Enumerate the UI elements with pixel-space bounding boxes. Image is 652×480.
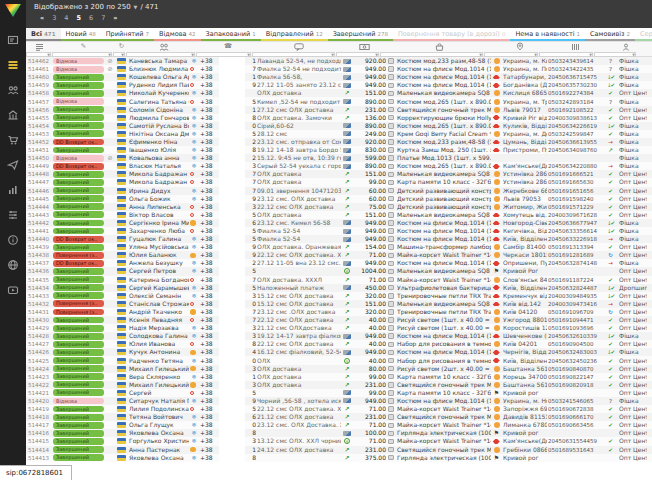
order-row[interactable]: 514417ЗавершенийОльга Глущук❄+38023.12 с… xyxy=(26,421,652,429)
status-pill[interactable]: Завершений xyxy=(53,244,104,251)
tab-status-1[interactable]: Новий48 xyxy=(61,28,101,41)
column-header-ttn[interactable] xyxy=(548,42,603,51)
order-row[interactable]: 514455ЗавершенийЛюдмила Гончарова❄+388ОЛ… xyxy=(26,114,652,122)
status-pill[interactable]: DD Возврат ок.. xyxy=(53,236,104,243)
filter-input-order-id[interactable]: ▼ xyxy=(26,52,51,57)
order-row[interactable]: 514435ЗавершенийКатерина Богданова+387ОЛ… xyxy=(26,276,652,284)
tab-status-4[interactable]: Запакований1 xyxy=(201,28,261,41)
tab-status-3[interactable]: Відмова42 xyxy=(154,28,200,41)
pagination-page-4[interactable]: 4 xyxy=(64,14,68,22)
filter-input-phone[interactable]: ▼ xyxy=(196,52,251,57)
order-row[interactable]: 514437DD Возврат ок..Анжела Безушку❄+382… xyxy=(26,259,652,267)
status-pill[interactable]: Завершений xyxy=(53,373,104,380)
status-pill[interactable]: Завершений xyxy=(53,220,104,227)
order-row[interactable]: 514427ЗавершенийЮлия Иванова+38822.12 см… xyxy=(26,340,652,348)
tab-status-5[interactable]: Відправлений12 xyxy=(261,28,328,41)
tab-status-8[interactable]: Нема в наявності1 xyxy=(510,28,585,41)
status-pill[interactable]: Завершений xyxy=(53,211,104,218)
filter-dropdown-icon[interactable]: ▼ xyxy=(191,53,194,57)
status-pill[interactable]: Завершений xyxy=(53,389,104,396)
tab-status-10[interactable]: Сервіси0 xyxy=(635,28,652,41)
pagination-page-5[interactable]: 5 xyxy=(76,14,81,22)
order-row[interactable]: 514422ЗавершенийМихаил Гилецький+383ОЛХ … xyxy=(26,381,652,389)
status-pill[interactable]: Завершений xyxy=(53,130,104,137)
filter-input-manager[interactable]: ▼ xyxy=(594,52,636,57)
pagination-page-6[interactable]: 6 xyxy=(89,14,93,22)
order-row[interactable]: 514418ЗавершенийТетяна Войтович❄+38621.1… xyxy=(26,413,652,421)
send-icon[interactable] xyxy=(0,152,26,177)
stats-icon[interactable] xyxy=(0,177,26,202)
globe-icon[interactable] xyxy=(0,252,26,277)
order-row[interactable]: 514421ЗавершенийСергей+38599.00Карта пам… xyxy=(26,389,652,397)
order-row[interactable]: 514428ЗавершенийСолодкова Галина В..❄+38… xyxy=(26,332,652,340)
order-row[interactable]: 514461Відмова⊘Близнюк Людмила ..+387Фиал… xyxy=(26,65,652,73)
status-pill[interactable]: Завершений xyxy=(53,446,104,453)
status-pill[interactable]: Завершений xyxy=(53,357,104,364)
filter-input-payment[interactable]: ▼ xyxy=(336,52,379,57)
status-pill[interactable]: Завершений xyxy=(53,454,104,461)
order-row[interactable]: 514438Повернення (з..Юлия Баланюк+38922.… xyxy=(26,251,652,259)
filter-dropdown-icon[interactable]: ▼ xyxy=(534,53,537,57)
status-pill[interactable]: Відмова xyxy=(53,155,104,162)
filter-dropdown-icon[interactable]: ▼ xyxy=(121,53,124,57)
filter-dropdown-icon[interactable]: ▼ xyxy=(108,53,111,57)
order-row[interactable]: 514419ЗавершенийЛилия Подолинская+38522.… xyxy=(26,405,652,413)
status-pill[interactable]: Завершений xyxy=(53,268,104,275)
status-pill[interactable]: Завершений xyxy=(53,228,104,235)
order-row[interactable]: 514442ЗавершенийСергієнко Ірина Ми..+386… xyxy=(26,219,652,227)
status-pill[interactable]: Завершений xyxy=(53,147,104,154)
status-pill[interactable]: Завершений xyxy=(53,82,104,89)
status-pill[interactable]: Повернення (з.. xyxy=(53,252,104,259)
order-row[interactable]: 514426ЗавершенийКучук Антонина+38416.12 … xyxy=(26,348,652,356)
filter-input-status[interactable]: ▼ xyxy=(52,52,112,57)
pagination-page-3[interactable]: 3 xyxy=(52,14,56,22)
column-header-status[interactable]: ✎ xyxy=(53,42,114,51)
order-row[interactable]: 514433ЗавершенийОлексій Семанін❄+38315.1… xyxy=(26,292,652,300)
filter-input-ttn[interactable]: ▼ xyxy=(539,52,593,57)
status-pill[interactable]: Завершений xyxy=(53,284,104,291)
order-row[interactable]: 514454ЗавершенийСамотій Руслана Во..❄+38… xyxy=(26,122,652,130)
column-header-client[interactable] xyxy=(129,42,199,51)
order-row[interactable]: 514414ЗавершенийАнна Пастернак+38124.12 … xyxy=(26,446,652,454)
order-row[interactable]: 514449DD Возврат ок..Власюк Наталья❄+383… xyxy=(26,162,652,170)
order-row[interactable]: 514444ЗавершенийАнна Липенська+38322.12 … xyxy=(26,203,652,211)
order-row[interactable]: 514459ЗавершенийРуденко Лидия Пав..+3892… xyxy=(26,81,652,89)
filter-input-client[interactable]: ▼ xyxy=(126,52,195,57)
status-pill[interactable]: Завершений xyxy=(53,365,104,372)
status-pill[interactable]: Завершений xyxy=(53,349,104,356)
order-row[interactable]: 514430ЗавершенийКсенія Левадняя+38722.12… xyxy=(26,316,652,324)
filter-dropdown-icon[interactable]: ▼ xyxy=(479,53,482,57)
order-row[interactable]: 514439ЗавершенийУляна Мусійовська❄+389ОЛ… xyxy=(26,243,652,251)
column-header-source[interactable]: ↻ xyxy=(115,42,128,51)
order-row[interactable]: 514460ЗавершенийКошелева Ольга Ар..❄+381… xyxy=(26,73,652,81)
filter-input-source[interactable]: ▼ xyxy=(113,52,125,57)
filter-dropdown-icon[interactable]: ▼ xyxy=(331,53,334,57)
pagination-first-button[interactable]: « xyxy=(40,14,44,22)
filter-input-address[interactable]: ▼ xyxy=(484,52,538,57)
status-pill[interactable]: Відмова xyxy=(53,98,104,105)
status-pill[interactable]: Завершений xyxy=(53,414,104,421)
order-row[interactable]: 514431Повернення (з..Андрій Ткаченко+387… xyxy=(26,308,652,316)
order-row[interactable]: 514440DD Возврат ок..Гуцалюк Галина❄+385… xyxy=(26,235,652,243)
order-row[interactable]: 514457ВідмоваСалегина Татьяна С..+385Кем… xyxy=(26,97,652,105)
status-pill[interactable]: Завершений xyxy=(53,381,104,388)
order-row[interactable]: 514434ЗавершенийСергей Карамышев❄+385Нал… xyxy=(26,284,652,292)
status-pill[interactable]: Завершений xyxy=(53,438,104,445)
per-page-dropdown-icon[interactable]: ▼ xyxy=(134,4,138,10)
status-pill[interactable]: Завершений xyxy=(53,114,104,121)
status-pill[interactable]: Завершений xyxy=(53,171,104,178)
order-row[interactable]: 514429ЗавершенийНадія Мерзаєва❄+38321.12… xyxy=(26,324,652,332)
order-row[interactable]: 514447ЗавершенийМикола Бадражан+387ОЛХ д… xyxy=(26,178,652,186)
status-pill[interactable]: Завершений xyxy=(53,74,104,81)
status-pill[interactable]: Завершений xyxy=(53,203,104,210)
order-row[interactable]: 514432Повернення (з..Станіслав Строжак+3… xyxy=(26,300,652,308)
filter-dropdown-icon[interactable]: ▼ xyxy=(375,53,378,57)
order-row[interactable]: 514452DD Возврат ок..Єфименко Ніна❄+3822… xyxy=(26,138,652,146)
status-pill[interactable]: Завершений xyxy=(53,325,104,332)
order-row[interactable]: 514446ЗавершенийИрина Дидух❄+38709.01 зв… xyxy=(26,187,652,195)
status-pill[interactable]: DD Возврат ок.. xyxy=(53,260,104,267)
order-row[interactable]: 514420ВідмоваСитарчук Наталія Гр..❄+389Ч… xyxy=(26,397,652,405)
tab-status-6[interactable]: Завершений278 xyxy=(328,28,393,41)
clients-icon[interactable] xyxy=(0,77,26,102)
order-row[interactable]: 514425ЗавершенийРадченко Тетяна❄+380ОЛХ$… xyxy=(26,356,652,364)
